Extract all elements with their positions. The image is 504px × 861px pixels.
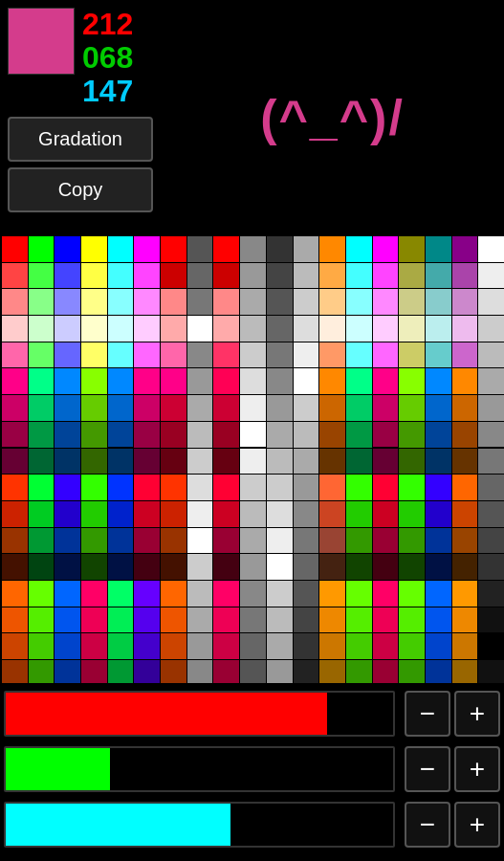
color-cell[interactable] <box>478 554 504 580</box>
color-cell[interactable] <box>108 581 134 607</box>
color-cell[interactable] <box>161 581 186 607</box>
color-cell[interactable] <box>373 528 399 554</box>
color-cell[interactable] <box>346 528 372 554</box>
color-cell[interactable] <box>346 422 372 448</box>
color-cell[interactable] <box>240 236 266 262</box>
color-cell[interactable] <box>346 554 372 580</box>
color-cell[interactable] <box>478 449 504 475</box>
color-cell[interactable] <box>399 449 425 475</box>
color-cell[interactable] <box>399 607 425 633</box>
color-cell[interactable] <box>294 422 319 448</box>
color-cell[interactable] <box>426 633 451 659</box>
color-cell[interactable] <box>213 342 239 368</box>
color-cell[interactable] <box>213 501 239 527</box>
color-cell[interactable] <box>399 395 425 421</box>
color-cell[interactable] <box>187 236 213 262</box>
color-cell[interactable] <box>294 368 319 394</box>
color-cell[interactable] <box>108 316 134 342</box>
color-cell[interactable] <box>426 422 451 448</box>
color-cell[interactable] <box>108 342 134 368</box>
color-cell[interactable] <box>213 236 239 262</box>
color-cell[interactable] <box>426 475 451 500</box>
color-cell[interactable] <box>452 236 478 262</box>
color-cell[interactable] <box>2 501 28 527</box>
color-cell[interactable] <box>452 581 478 607</box>
color-cell[interactable] <box>319 422 345 448</box>
color-cell[interactable] <box>187 660 213 686</box>
color-cell[interactable] <box>187 289 213 315</box>
color-cell[interactable] <box>81 554 107 580</box>
color-cell[interactable] <box>2 263 28 289</box>
color-cell[interactable] <box>213 581 239 607</box>
color-cell[interactable] <box>478 395 504 421</box>
color-cell[interactable] <box>319 289 345 315</box>
color-cell[interactable] <box>187 528 213 554</box>
color-cell[interactable] <box>373 501 399 527</box>
color-cell[interactable] <box>267 316 293 342</box>
green-slider-plus-button[interactable]: + <box>454 746 500 792</box>
color-cell[interactable] <box>267 660 293 686</box>
color-cell[interactable] <box>346 607 372 633</box>
color-cell[interactable] <box>29 633 55 659</box>
color-cell[interactable] <box>319 554 345 580</box>
color-cell[interactable] <box>134 395 160 421</box>
color-cell[interactable] <box>240 342 266 368</box>
color-cell[interactable] <box>478 607 504 633</box>
color-cell[interactable] <box>346 660 372 686</box>
color-cell[interactable] <box>426 449 451 475</box>
color-cell[interactable] <box>213 633 239 659</box>
color-cell[interactable] <box>373 633 399 659</box>
color-cell[interactable] <box>478 633 504 659</box>
color-cell[interactable] <box>478 342 504 368</box>
color-cell[interactable] <box>452 342 478 368</box>
color-cell[interactable] <box>2 316 28 342</box>
color-cell[interactable] <box>240 422 266 448</box>
color-cell[interactable] <box>319 607 345 633</box>
color-cell[interactable] <box>134 501 160 527</box>
color-cell[interactable] <box>29 528 55 554</box>
color-cell[interactable] <box>399 475 425 500</box>
color-cell[interactable] <box>319 236 345 262</box>
color-cell[interactable] <box>426 342 451 368</box>
color-cell[interactable] <box>346 263 372 289</box>
color-cell[interactable] <box>346 368 372 394</box>
color-cell[interactable] <box>346 449 372 475</box>
color-cell[interactable] <box>134 263 160 289</box>
color-cell[interactable] <box>29 342 55 368</box>
color-cell[interactable] <box>294 528 319 554</box>
color-cell[interactable] <box>55 501 80 527</box>
color-cell[interactable] <box>29 263 55 289</box>
color-cell[interactable] <box>213 316 239 342</box>
color-cell[interactable] <box>161 501 186 527</box>
color-cell[interactable] <box>399 316 425 342</box>
color-cell[interactable] <box>373 581 399 607</box>
color-cell[interactable] <box>108 289 134 315</box>
color-cell[interactable] <box>478 501 504 527</box>
color-cell[interactable] <box>2 368 28 394</box>
color-cell[interactable] <box>240 449 266 475</box>
red-slider-plus-button[interactable]: + <box>454 691 500 737</box>
color-cell[interactable] <box>399 501 425 527</box>
color-cell[interactable] <box>373 607 399 633</box>
green-slider-minus-button[interactable]: − <box>405 746 450 792</box>
color-cell[interactable] <box>161 633 186 659</box>
color-cell[interactable] <box>399 342 425 368</box>
color-cell[interactable] <box>55 422 80 448</box>
color-cell[interactable] <box>134 422 160 448</box>
color-cell[interactable] <box>2 236 28 262</box>
color-cell[interactable] <box>213 289 239 315</box>
color-cell[interactable] <box>452 449 478 475</box>
color-cell[interactable] <box>267 395 293 421</box>
blue-slider-plus-button[interactable]: + <box>454 802 500 848</box>
color-cell[interactable] <box>2 475 28 500</box>
color-cell[interactable] <box>399 263 425 289</box>
color-cell[interactable] <box>108 395 134 421</box>
color-cell[interactable] <box>161 475 186 500</box>
color-cell[interactable] <box>478 528 504 554</box>
color-cell[interactable] <box>426 528 451 554</box>
color-cell[interactable] <box>478 422 504 448</box>
color-cell[interactable] <box>294 289 319 315</box>
color-cell[interactable] <box>426 501 451 527</box>
color-cell[interactable] <box>134 236 160 262</box>
color-cell[interactable] <box>452 607 478 633</box>
